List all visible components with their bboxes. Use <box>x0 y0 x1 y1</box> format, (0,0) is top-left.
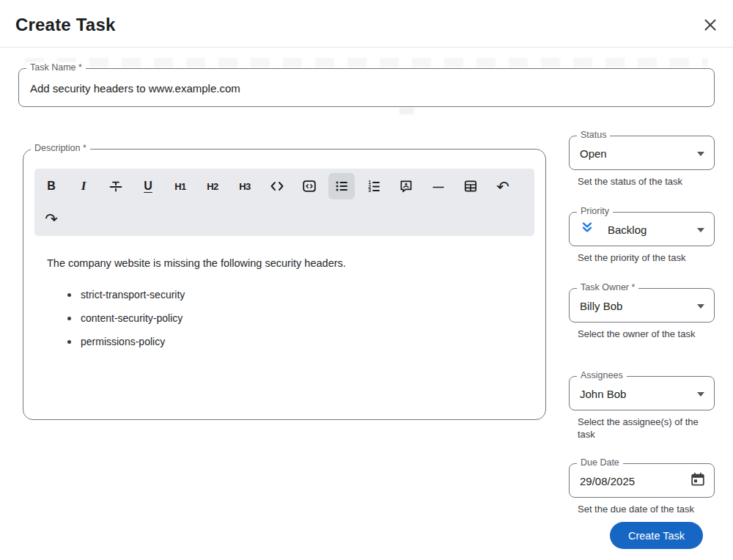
mention-icon <box>399 179 413 194</box>
priority-helper-text: Set the priority of the task <box>569 252 710 265</box>
bullet-list-button[interactable] <box>328 173 355 199</box>
task-owner-select[interactable]: Task Owner * Billy Bob <box>569 288 715 323</box>
ordered-list-icon: 1 2 3 <box>366 179 381 194</box>
bold-button[interactable]: B <box>38 173 65 199</box>
heading3-button[interactable]: H3 <box>232 173 258 199</box>
assignees-field-group: Assignees John Bob Select the assignee(s… <box>569 376 715 441</box>
inline-code-button[interactable] <box>264 173 290 199</box>
svg-text:3: 3 <box>368 188 371 193</box>
heading2-icon: H2 <box>207 181 218 192</box>
task-name-value: Add security headers to www.example.com <box>30 81 240 94</box>
task-name-label: Task Name * <box>26 62 86 73</box>
status-helper-text: Set the status of the task <box>569 176 710 188</box>
code-block-button[interactable] <box>296 173 323 199</box>
assignees-value: John Bob <box>580 387 626 399</box>
calendar-icon[interactable] <box>690 471 706 490</box>
italic-button[interactable]: I <box>70 173 97 199</box>
heading1-icon: H1 <box>174 181 186 192</box>
priority-label: Priority <box>577 206 613 216</box>
bullet-list-icon <box>334 179 349 194</box>
due-date-helper-text: Set the due date of the task <box>569 504 710 516</box>
heading3-icon: H3 <box>239 181 251 192</box>
redo-button[interactable]: ↷ <box>38 205 65 232</box>
code-block-icon <box>302 179 317 194</box>
chevron-down-icon <box>697 228 704 232</box>
redo-icon: ↷ <box>45 211 58 226</box>
due-date-label: Due Date <box>577 457 623 468</box>
heading2-button[interactable]: H2 <box>199 173 226 199</box>
undo-icon: ↶ <box>496 179 509 194</box>
assignees-helper-text: Select the assignee(s) of the task <box>569 416 710 441</box>
list-item: strict-transport-security <box>67 283 185 306</box>
create-task-button[interactable]: Create Task <box>610 522 703 549</box>
chevron-down-icon <box>697 152 704 156</box>
inline-code-icon <box>269 179 285 194</box>
task-owner-value: Billy Bob <box>580 299 622 312</box>
task-owner-field-group: Task Owner * Billy Bob Select the owner … <box>569 288 715 341</box>
underline-icon: U <box>144 180 152 193</box>
page-title: Create Task <box>15 15 116 35</box>
ordered-list-button[interactable]: 1 2 3 <box>361 173 387 199</box>
priority-value: Backlog <box>608 223 647 235</box>
horizontal-rule-icon: — <box>433 180 444 193</box>
list-item: permissions-policy <box>67 330 185 353</box>
assignees-label: Assignees <box>577 370 627 380</box>
table-button[interactable] <box>457 173 484 199</box>
description-label: Description * <box>31 143 90 153</box>
list-item: content-security-policy <box>67 306 185 330</box>
close-button[interactable] <box>701 15 720 34</box>
description-paragraph: The company website is missing the follo… <box>47 257 346 269</box>
due-date-value: 29/08/2025 <box>580 474 635 487</box>
status-select[interactable]: Status Open <box>569 136 715 170</box>
task-owner-label: Task Owner * <box>577 282 638 292</box>
task-owner-helper-text: Select the owner of the task <box>569 328 710 341</box>
bold-icon: B <box>47 180 56 193</box>
priority-select[interactable]: Priority Backlog <box>569 212 715 246</box>
description-editor-content[interactable]: The company website is missing the follo… <box>23 245 547 413</box>
status-value: Open <box>580 147 607 159</box>
italic-icon: I <box>81 179 86 194</box>
underline-button[interactable]: U <box>135 173 161 199</box>
description-bullet-list: strict-transport-security content-securi… <box>67 283 185 353</box>
strikethrough-button[interactable] <box>103 173 129 199</box>
background-artifact <box>399 108 414 114</box>
due-date-input[interactable]: Due Date 29/08/2025 <box>569 463 715 498</box>
horizontal-rule-button[interactable]: — <box>425 173 452 199</box>
undo-button[interactable]: ↶ <box>490 173 516 199</box>
editor-toolbar: B I U H1 H2 H3 <box>34 169 534 236</box>
background-artifact <box>25 58 708 67</box>
status-label: Status <box>577 130 610 140</box>
dialog-header: Create Task <box>0 0 733 48</box>
chevron-down-icon <box>697 392 704 397</box>
status-field-group: Status Open Set the status of the task <box>569 136 715 188</box>
chevron-down-icon <box>697 304 704 309</box>
heading1-button[interactable]: H1 <box>167 173 194 199</box>
due-date-field-group: Due Date 29/08/2025 Set the due date of … <box>569 463 715 516</box>
priority-backlog-icon <box>580 221 594 238</box>
assignees-select[interactable]: Assignees John Bob <box>569 376 715 410</box>
priority-field-group: Priority Backlog Set the priority of the… <box>569 212 715 265</box>
table-icon <box>463 179 478 194</box>
mention-button[interactable] <box>393 173 419 199</box>
close-icon <box>702 17 718 33</box>
strikethrough-icon <box>108 179 123 194</box>
description-field[interactable]: Description * B I U H1 H2 H3 <box>23 149 546 420</box>
task-name-field[interactable]: Task Name * Add security headers to www.… <box>18 68 715 107</box>
